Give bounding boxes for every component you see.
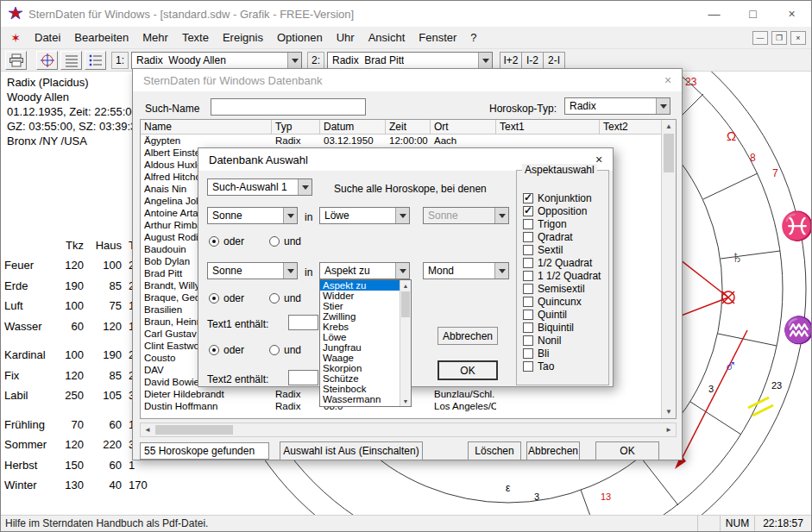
planet2-select[interactable]: Sonne <box>207 262 298 279</box>
sign1-select[interactable]: Löwe <box>319 207 410 224</box>
chevron-down-icon[interactable] <box>298 179 312 195</box>
compare-button[interactable]: I-2 <box>521 52 544 69</box>
col-zeit[interactable]: Zeit <box>386 120 431 134</box>
menu-item[interactable]: Optionen <box>270 28 330 47</box>
minimize-icon[interactable]: — <box>695 1 733 27</box>
ok-button[interactable]: OK <box>437 360 498 380</box>
dropdown-item[interactable]: Wassermann <box>320 394 400 404</box>
col-ort[interactable]: Ort <box>431 120 496 134</box>
aspect-checkbox[interactable]: Tao <box>523 360 601 372</box>
ok-button[interactable]: OK <box>595 441 659 460</box>
dropdown-item[interactable]: Zwilling <box>320 311 400 322</box>
dropdown-scrollbar[interactable]: ▲ ▼ <box>400 280 411 406</box>
such-name-input[interactable] <box>211 98 366 116</box>
aspect-checkbox[interactable]: Quintil <box>523 308 601 321</box>
scrollbar-thumb[interactable] <box>401 291 410 317</box>
database-dialog-titlebar[interactable]: SternDaten für Windows Datenbank × <box>133 69 682 91</box>
aspect-checkbox[interactable]: 1/2 Quadrat <box>523 256 601 269</box>
dropdown-item[interactable]: Löwe <box>320 332 400 342</box>
compare-button[interactable]: 2-I <box>543 52 565 69</box>
dropdown-item[interactable]: Schütze <box>320 373 400 384</box>
table-row[interactable]: Ägypten Radix 03.12.1950 12:00:00 Aach <box>141 135 661 147</box>
chevron-down-icon[interactable] <box>395 208 409 223</box>
menu-item[interactable]: Bearbeiten <box>67 28 135 47</box>
planet1-select[interactable]: Sonne <box>207 207 298 224</box>
scrollbar-thumb[interactable] <box>664 134 674 172</box>
chevron-down-icon[interactable] <box>283 263 297 279</box>
target2-select[interactable]: Mond <box>423 262 509 279</box>
cancel-button[interactable]: Abbrechen <box>437 327 498 345</box>
mdi-minimize-icon[interactable]: — <box>752 31 768 45</box>
chevron-down-icon[interactable] <box>287 53 301 68</box>
mdi-system-icon[interactable]: ✶ <box>7 31 24 45</box>
delete-button[interactable]: Löschen <box>468 441 521 460</box>
scroll-up-icon[interactable]: ▲ <box>662 120 676 133</box>
menu-item[interactable]: Mehr <box>135 28 175 47</box>
auswahl-toggle-button[interactable]: Auswahl ist Aus (Einschalten) <box>280 441 423 460</box>
chart-wheel-button[interactable] <box>36 51 58 70</box>
col-text1[interactable]: Text1 <box>496 120 600 134</box>
aspect-checkbox[interactable]: Trigon <box>523 217 601 230</box>
scrollbar-thumb[interactable] <box>155 425 233 435</box>
scroll-down-icon[interactable]: ▼ <box>400 396 411 406</box>
scroll-up-icon[interactable]: ▲ <box>400 280 411 291</box>
detail-list-button[interactable] <box>85 51 106 70</box>
chevron-down-icon[interactable] <box>494 263 508 279</box>
aspect-checkbox[interactable]: Nonil <box>523 334 601 347</box>
cancel-button[interactable]: Abbrechen <box>526 441 580 460</box>
menu-item[interactable]: Texte <box>175 28 216 47</box>
vertical-scrollbar[interactable]: ▲ ▼ <box>661 120 676 418</box>
aspect-checkbox[interactable]: Biquintil <box>523 321 601 334</box>
menu-item[interactable]: Fenster <box>412 28 463 47</box>
list-view-button[interactable] <box>60 51 82 70</box>
col-text2[interactable]: Text2 <box>600 120 663 134</box>
und-radio-1[interactable]: und <box>269 235 301 247</box>
scroll-down-icon[interactable]: ▼ <box>662 405 676 418</box>
text2-input[interactable] <box>288 370 318 385</box>
oder-radio-3[interactable]: oder <box>209 344 244 356</box>
horoskop-typ-select[interactable]: Radix <box>564 97 670 115</box>
menu-item[interactable]: Ereignis <box>216 28 270 47</box>
scroll-left-icon[interactable]: ◄ <box>141 423 154 436</box>
aspect-checkbox[interactable]: Semisextil <box>523 282 601 295</box>
mdi-close-icon[interactable]: × <box>790 31 806 45</box>
menu-item[interactable]: ? <box>463 28 483 47</box>
preset-select[interactable]: Such-Auswahl 1 <box>207 178 312 196</box>
aspect-checkbox[interactable]: Konjunktion <box>523 191 601 204</box>
dropdown-item[interactable]: Steinbock <box>320 384 400 394</box>
horizontal-scrollbar[interactable]: ◄ ► <box>140 422 677 437</box>
oder-radio-1[interactable]: oder <box>209 235 244 247</box>
chevron-down-icon[interactable] <box>395 263 409 279</box>
aspect-checkbox[interactable]: Quincunx <box>523 295 601 308</box>
chart1-select[interactable]: Radix Woody Allen <box>131 52 302 69</box>
und-radio-3[interactable]: und <box>269 344 301 356</box>
aspekt-select[interactable]: Aspekt zu <box>319 262 410 279</box>
dropdown-item[interactable]: Skorpion <box>320 363 400 373</box>
aspect-checkbox[interactable]: Qradrat <box>523 230 601 243</box>
menu-item[interactable]: Datei <box>28 28 67 47</box>
chart2-select[interactable]: Radix Brad Pitt <box>327 52 493 69</box>
dropdown-item[interactable]: Krebs <box>320 322 400 332</box>
oder-radio-2[interactable]: oder <box>209 292 244 304</box>
und-radio-2[interactable]: und <box>269 292 301 304</box>
aspect-checkbox[interactable]: 1 1/2 Quadrat <box>523 269 601 282</box>
menu-item[interactable]: Uhr <box>330 28 362 47</box>
chevron-down-icon[interactable] <box>478 53 492 68</box>
col-datum[interactable]: Datum <box>320 120 386 134</box>
compare-button[interactable]: I+2 <box>500 52 522 69</box>
chevron-down-icon[interactable] <box>656 98 670 114</box>
dropdown-item[interactable]: Stier <box>320 301 400 311</box>
mdi-restore-icon[interactable]: ❐ <box>771 31 787 45</box>
aspect-checkbox[interactable]: Sextil <box>523 243 601 256</box>
chevron-down-icon[interactable] <box>283 208 297 223</box>
aspect-checkbox[interactable]: Opposition <box>523 204 601 217</box>
dropdown-item[interactable]: Widder <box>320 291 400 301</box>
menu-item[interactable]: Ansicht <box>362 28 412 47</box>
close-icon[interactable]: × <box>654 69 682 91</box>
scroll-right-icon[interactable]: ► <box>662 423 676 436</box>
dropdown-item[interactable]: Jungfrau <box>320 342 400 353</box>
close-icon[interactable]: × <box>772 1 811 27</box>
dropdown-item[interactable]: Aspekt zu <box>320 280 400 291</box>
col-name[interactable]: Name <box>141 120 272 134</box>
print-button[interactable] <box>5 51 27 70</box>
